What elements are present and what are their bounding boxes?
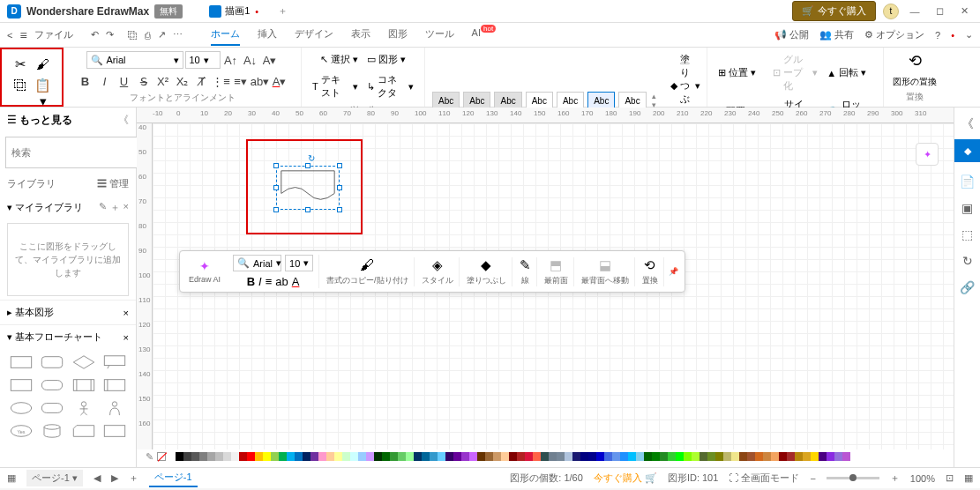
float-ab-icon[interactable]: ab [275, 275, 288, 288]
mylib-add-icon[interactable]: ＋ [110, 201, 120, 214]
shape-stadium[interactable] [39, 398, 67, 418]
color-swatch[interactable] [358, 452, 366, 461]
text-case-icon[interactable]: ab▾ [251, 72, 269, 90]
color-swatch[interactable] [374, 452, 382, 461]
fullscreen-button[interactable]: ⛶ 全画面モード [729, 471, 799, 485]
color-swatch[interactable] [525, 452, 533, 461]
new-tab-button[interactable]: ＋ [278, 4, 288, 18]
shape-subprocess[interactable] [70, 375, 98, 395]
float-front-icon[interactable]: ⬒ [550, 257, 562, 273]
color-swatch[interactable] [834, 452, 842, 461]
shape-diamond[interactable] [70, 353, 98, 372]
color-swatch[interactable] [787, 452, 795, 461]
rail-format-icon[interactable]: ◆ [954, 139, 981, 162]
undo-button[interactable]: ↶ [91, 29, 99, 41]
color-swatch[interactable] [469, 452, 477, 461]
color-swatch[interactable] [263, 452, 271, 461]
bold-icon[interactable]: B [77, 72, 94, 90]
color-swatch[interactable] [827, 452, 834, 461]
color-swatch[interactable] [271, 452, 279, 461]
shape-person2[interactable] [101, 398, 130, 418]
shape-tool[interactable]: ▭ 図形 ▾ [363, 51, 409, 68]
color-swatch[interactable] [803, 452, 811, 461]
float-format-painter-icon[interactable]: 🖌 [360, 257, 374, 273]
sidebar-collapse-icon[interactable]: 《 [118, 113, 129, 128]
shape-card[interactable] [70, 421, 98, 441]
manage-button[interactable]: ☰ 管理 [97, 177, 129, 190]
italic-icon[interactable]: I [96, 72, 114, 90]
page-grid-icon[interactable]: ▦ [7, 472, 16, 484]
color-swatch[interactable] [168, 452, 176, 461]
color-swatch[interactable] [842, 452, 850, 461]
color-swatch[interactable] [295, 452, 303, 461]
color-swatch[interactable] [445, 452, 453, 461]
cut-icon[interactable]: ✂ [12, 56, 29, 72]
float-align-icon[interactable]: ≡ [266, 275, 273, 288]
color-swatch[interactable] [517, 452, 525, 461]
color-swatch[interactable] [620, 452, 628, 461]
color-swatch[interactable] [223, 452, 231, 461]
color-swatch[interactable] [303, 452, 310, 461]
color-swatch[interactable] [287, 452, 295, 461]
zoom-slider[interactable] [827, 477, 879, 479]
format-painter-icon[interactable]: 🖌 [34, 56, 51, 72]
color-swatch[interactable] [795, 452, 803, 461]
color-swatch[interactable] [255, 452, 263, 461]
color-swatch[interactable] [366, 452, 374, 461]
color-swatch[interactable] [541, 452, 549, 461]
color-swatch[interactable] [477, 452, 485, 461]
share-button[interactable]: 👥 共有 [819, 28, 854, 41]
maximize-button[interactable]: ◻ [931, 5, 948, 17]
font-color-icon[interactable]: A▾ [271, 72, 288, 90]
color-swatch[interactable] [723, 452, 731, 461]
underline-icon[interactable]: U [116, 72, 133, 90]
color-swatch[interactable] [422, 452, 430, 461]
color-swatch[interactable] [326, 452, 334, 461]
color-swatch[interactable] [231, 452, 239, 461]
buy-link[interactable]: 今すぐ購入 🛒 [594, 471, 657, 485]
color-swatch[interactable] [676, 452, 684, 461]
color-swatch[interactable] [342, 452, 350, 461]
document-tab[interactable]: 描画1 • [200, 2, 267, 20]
color-swatch[interactable] [239, 452, 247, 461]
color-swatch[interactable] [604, 452, 612, 461]
color-swatch[interactable] [747, 452, 755, 461]
zoom-out-icon[interactable]: − [810, 473, 815, 484]
flowchart-header[interactable]: ▾ 基本フローチャート [7, 330, 102, 344]
color-swatch[interactable] [565, 452, 572, 461]
color-swatch[interactable] [636, 452, 644, 461]
color-swatch[interactable] [572, 452, 580, 461]
shape-rect[interactable] [7, 353, 35, 372]
rail-layers-icon[interactable]: ⬚ [961, 227, 973, 241]
color-swatch[interactable] [707, 452, 715, 461]
replace-icon[interactable]: ⟲ [909, 51, 922, 71]
help-button[interactable]: ? [935, 30, 940, 41]
shape-pill[interactable] [39, 375, 67, 395]
float-replace-icon[interactable]: ⟲ [644, 257, 655, 273]
color-swatch[interactable] [699, 452, 707, 461]
hamburger-icon[interactable]: ≡ [19, 28, 26, 42]
rotate-handle-icon[interactable]: ↻ [308, 153, 315, 163]
font-mode-icon[interactable]: A▾ [261, 51, 279, 69]
color-swatch[interactable] [453, 452, 461, 461]
color-swatch[interactable] [628, 452, 636, 461]
color-swatch[interactable] [310, 452, 318, 461]
group-button[interactable]: ⊡ グループ化▾ [769, 51, 822, 94]
basic-shapes-header[interactable]: ▸ 基本図形 [7, 306, 54, 319]
print-icon[interactable]: ⎙ [145, 30, 151, 41]
color-swatch[interactable] [811, 452, 819, 461]
clear-format-icon[interactable]: T̸ [193, 72, 211, 90]
float-line-icon[interactable]: ✎ [520, 257, 531, 273]
tab-insert[interactable]: 挿入 [258, 24, 277, 46]
collapse-ribbon-button[interactable]: ⌄ [965, 29, 973, 41]
color-swatch[interactable] [382, 452, 390, 461]
increase-font-icon[interactable]: A↑ [222, 51, 240, 69]
shape-person[interactable] [70, 398, 98, 418]
file-menu[interactable]: ファイル [34, 28, 73, 41]
color-swatch[interactable] [414, 452, 422, 461]
bullet-list-icon[interactable]: ⋮≡ [213, 72, 230, 90]
minimize-button[interactable]: — [906, 6, 924, 17]
color-swatch[interactable] [247, 452, 255, 461]
prev-page-icon[interactable]: ◀ [94, 472, 101, 484]
color-swatch[interactable] [430, 452, 438, 461]
